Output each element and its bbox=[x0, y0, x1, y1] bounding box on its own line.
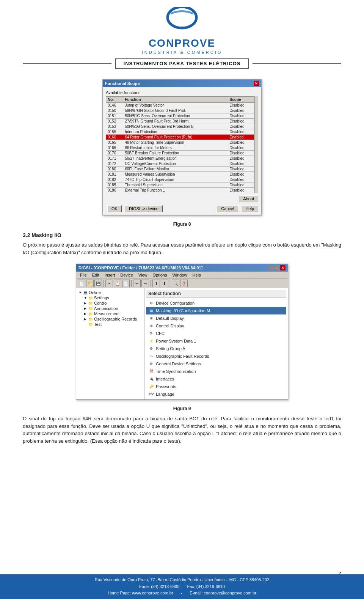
cell-no: 0185 bbox=[106, 182, 123, 188]
table-row[interactable]: 0146 Jump of Voltage Vector Disabled bbox=[106, 103, 254, 108]
section-heading: 3.2 Masking I/O bbox=[23, 232, 341, 238]
table-row[interactable]: 0186 External Trip Function 1 Disabled bbox=[106, 188, 254, 193]
toolbar-btn-12[interactable]: ❓ bbox=[180, 280, 188, 287]
digsi-button[interactable]: DIGSI -> device bbox=[125, 205, 163, 212]
tree-online[interactable]: ▼ 💻 Online bbox=[78, 290, 143, 295]
cell-scope: Disabled bbox=[228, 140, 254, 145]
table-row[interactable]: 0166 66 Restart Inhibit for Motors Disab… bbox=[106, 145, 254, 151]
table-row[interactable]: 0182 74TC Trip Circuit Supervision Disab… bbox=[106, 177, 254, 182]
tree-annunciation[interactable]: ▶ 📁 Annunciation bbox=[83, 306, 143, 311]
digsi-minimize-btn[interactable]: ─ bbox=[268, 265, 273, 270]
cell-scope: Disabled bbox=[228, 129, 254, 135]
toolbar-btn-1[interactable]: 📄 bbox=[78, 280, 85, 287]
logo-name: CONPROVE bbox=[149, 37, 215, 49]
function-item[interactable]: ⟳ CFC bbox=[146, 330, 286, 337]
grid-icon: ▦ bbox=[148, 308, 154, 314]
menu-file[interactable]: File bbox=[78, 272, 89, 278]
table-row[interactable]: 0150 59N/67GN Stator Ground Fault Prot. … bbox=[106, 108, 254, 113]
table-row[interactable]: 0160 64 Rotor Ground Fault Protection (R… bbox=[106, 135, 254, 140]
help-button[interactable]: Help bbox=[241, 205, 258, 212]
function-item[interactable]: ⚙ General Device Settings bbox=[146, 360, 286, 368]
cell-function: 48 Motor Starting Time Supervision bbox=[123, 140, 228, 145]
menu-view[interactable]: View bbox=[136, 272, 150, 278]
annunciation-tree-icon: 📁 bbox=[88, 307, 93, 311]
footer-address: Rua Visconde de Ouro Preto, 77 -Bairro C… bbox=[95, 577, 270, 583]
cancel-button[interactable]: Cancel bbox=[217, 205, 238, 212]
function-item[interactable]: ▦ Masking I/O (Configuration M... bbox=[146, 307, 286, 314]
menu-device[interactable]: Device bbox=[118, 272, 135, 278]
digsi-title: DIGSI - [CONPROVE / Folder / 7UM623 V4.6… bbox=[78, 266, 202, 270]
table-row[interactable]: 0155 Interturn Protection Disabled bbox=[106, 129, 254, 135]
ok-button[interactable]: OK bbox=[107, 205, 122, 212]
about-row: About bbox=[106, 195, 258, 202]
cell-scope: Disabled bbox=[228, 151, 254, 156]
menu-insert[interactable]: Insert bbox=[102, 272, 118, 278]
cell-scope: Disabled bbox=[228, 145, 254, 151]
table-row[interactable]: 0171 50/27 Inadvertent Energisation Disa… bbox=[106, 156, 254, 161]
control-tree-icon: 📁 bbox=[88, 301, 93, 305]
toolbar-btn-2[interactable]: 📂 bbox=[86, 280, 94, 287]
tree-control[interactable]: ▶ 📁 Control bbox=[83, 300, 143, 306]
toolbar-btn-8[interactable]: ↪ bbox=[141, 280, 149, 287]
function-item-label: Interfaces bbox=[156, 377, 174, 381]
toolbar-btn-5[interactable]: 📋 bbox=[114, 280, 121, 287]
table-row[interactable]: 0170 50BF Breaker Failure Protection Dis… bbox=[106, 151, 254, 156]
function-item[interactable]: ⚙ Setting Group A bbox=[146, 345, 286, 352]
function-item[interactable]: ⚡ Power System Data 1 bbox=[146, 337, 286, 345]
menu-edit[interactable]: Edit bbox=[90, 272, 102, 278]
toolbar-btn-11[interactable]: 🔍 bbox=[172, 280, 179, 287]
digsi-close-btn[interactable]: ✕ bbox=[280, 265, 286, 270]
table-row[interactable]: 0180 60FL Fuse Failure Monitor Disabled bbox=[106, 167, 254, 172]
svg-point-0 bbox=[168, 7, 196, 28]
function-item[interactable]: 🖥 Control Display bbox=[146, 322, 286, 330]
digsi-maximize-btn[interactable]: □ bbox=[274, 265, 279, 270]
table-row[interactable]: 0185 Threshold Supervision Disabled bbox=[106, 182, 254, 188]
cell-scope: Disabled bbox=[228, 172, 254, 177]
tree-label-test: Test bbox=[94, 322, 102, 327]
menu-help[interactable]: Help bbox=[190, 272, 204, 278]
footer-line3: Home Page: www.conprove.com.br - E-mail:… bbox=[4, 590, 360, 597]
key-icon: 🔑 bbox=[148, 384, 154, 390]
table-row[interactable]: 0153 50N/51G Sens. Overcurrent Protectio… bbox=[106, 124, 254, 129]
table-row[interactable]: 0152 27/59TN Ground Fault Prot. 3rd Harm… bbox=[106, 119, 254, 124]
function-item[interactable]: abc Language bbox=[146, 390, 286, 398]
test-tree-icon: 📁 bbox=[88, 322, 93, 327]
function-item[interactable]: 🖥 Default Display bbox=[146, 314, 286, 322]
cell-scope: Disabled bbox=[228, 177, 254, 182]
toolbar-btn-3[interactable]: 💾 bbox=[94, 280, 102, 287]
table-row[interactable]: 0181 Measured Values Supervision Disable… bbox=[106, 172, 254, 177]
table-row[interactable]: 0165 48 Motor Starting Time Supervision … bbox=[106, 140, 254, 145]
toolbar-btn-10[interactable]: ⬇ bbox=[161, 280, 168, 287]
table-row[interactable]: 0151 50N/51G Sens. Overcurrent Protectio… bbox=[106, 113, 254, 119]
function-item[interactable]: ⚙ Device Configuration bbox=[146, 299, 286, 307]
toolbar-btn-6[interactable]: 📄 bbox=[122, 280, 130, 287]
function-item-label: Default Display bbox=[156, 316, 184, 321]
settings-icon: ⚙ bbox=[148, 346, 154, 352]
cell-function: DC Voltage/Current Protection bbox=[123, 161, 228, 167]
toolbar-btn-9[interactable]: ⬆ bbox=[152, 280, 160, 287]
tree-measurement[interactable]: ▶ 📁 Measurement bbox=[83, 311, 143, 316]
tree-label-settings: Settings bbox=[94, 296, 109, 300]
scrollbar[interactable] bbox=[254, 96, 258, 193]
digsi-body: ▼ 💻 Online ▼ 📁 Settings ▶ 📁 Control bbox=[76, 288, 288, 399]
tree-expander-settings: ▼ bbox=[84, 296, 88, 300]
table-row[interactable]: 0172 DC Voltage/Current Protection Disab… bbox=[106, 161, 254, 167]
cell-function: 74TC Trip Circuit Supervision bbox=[123, 177, 228, 182]
function-item[interactable]: 🔌 Interfaces bbox=[146, 375, 286, 383]
toolbar-btn-7[interactable]: ↩ bbox=[133, 280, 141, 287]
menu-window[interactable]: Window bbox=[170, 272, 189, 278]
tree-oscillographic[interactable]: ▶ 📁 Oscillographic Records bbox=[83, 316, 143, 322]
toolbar-btn-4[interactable]: ✂ bbox=[105, 280, 113, 287]
about-button[interactable]: About bbox=[239, 195, 258, 202]
tree-expander-oscillographic: ▶ bbox=[84, 317, 88, 321]
function-item[interactable]: 〜 Oscillographic Fault Records bbox=[146, 352, 286, 360]
tree-settings[interactable]: ▼ 📁 Settings bbox=[83, 295, 143, 300]
window-body: Available functions: No. Function Scope … bbox=[103, 87, 261, 215]
function-item[interactable]: 🔑 Passwords bbox=[146, 383, 286, 390]
display-icon: 🖥 bbox=[148, 323, 154, 329]
divider-line-left bbox=[23, 63, 111, 64]
function-item[interactable]: ⏰ Time Synchronization bbox=[146, 368, 286, 375]
window-close-button[interactable]: ✕ bbox=[254, 81, 259, 86]
tree-test[interactable]: 📁 Test bbox=[83, 322, 143, 327]
menu-options[interactable]: Options bbox=[151, 272, 169, 278]
